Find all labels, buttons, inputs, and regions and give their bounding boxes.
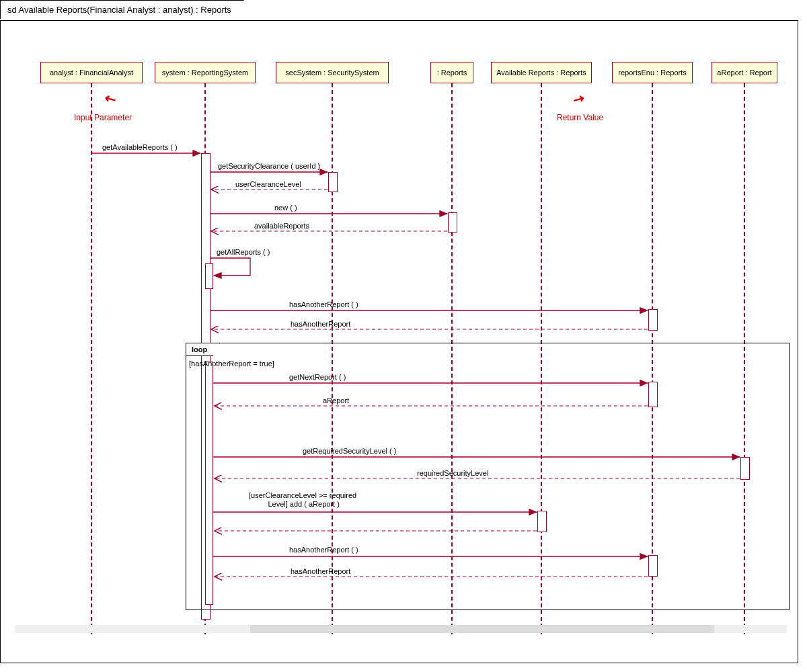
- frame-title: sd Available Reports(Financial Analyst :…: [7, 5, 231, 15]
- sequence-diagram: sd Available Reports(Financial Analyst :…: [0, 0, 807, 672]
- lifeline-reports: : Reports: [430, 62, 473, 83]
- activation-secsystem: [328, 172, 338, 192]
- activation-reports: [448, 212, 457, 233]
- frame-title-tab: sd Available Reports(Financial Analyst :…: [0, 0, 244, 19]
- msg-hasanother2r: hasAnotherReport: [291, 567, 350, 575]
- h-scrollbar[interactable]: [15, 625, 787, 633]
- h-scrollbar-thumb[interactable]: [250, 625, 714, 633]
- activation-selfcall: [205, 263, 213, 289]
- lifeline-system: system : ReportingSystem: [155, 62, 256, 83]
- lifeline-secsystem: secSystem : SecuritySystem: [276, 62, 389, 83]
- annotation-return: Return Value: [557, 113, 603, 122]
- loop-guard: [hasAnotherReport = true]: [189, 360, 274, 368]
- msg-reqseclevel: requiredSecurityLevel: [417, 469, 488, 477]
- msg-userclearance: userClearanceLevel: [235, 180, 301, 188]
- msg-getnext: getNextReport ( ): [289, 373, 346, 381]
- msg-addreport: [userClearanceLevel >= required Level] a…: [249, 491, 356, 509]
- lifeline-analyst: analyst : FinancialAnalyst: [40, 62, 143, 83]
- loop-tab: loop: [186, 343, 220, 356]
- lifeline-line: [91, 83, 92, 634]
- msg-new: new ( ): [274, 204, 297, 212]
- msg-getavailablereports: getAvailableReports ( ): [102, 143, 178, 151]
- msg-availablereports: availableReports: [254, 222, 309, 230]
- msg-hasanother1: hasAnotherReport ( ): [289, 300, 358, 308]
- msg-getreqsec: getRequiredSecurityLevel ( ): [303, 447, 396, 455]
- msg-getsecurity: getSecurityClearance ( userId ): [218, 162, 320, 170]
- lifeline-areport: aReport : Report: [712, 62, 777, 83]
- msg-getallreports: getAllReports ( ): [217, 248, 270, 256]
- msg-hasanother2: hasAnotherReport ( ): [289, 546, 358, 554]
- msg-hasanother1r: hasAnotherReport: [291, 320, 350, 328]
- lifeline-available-reports: Available Reports : Reports: [491, 62, 592, 83]
- activation-reportsenu: [648, 309, 658, 331]
- msg-areport: aReport: [323, 396, 349, 405]
- lifeline-reportsenu: reportsEnu : Reports: [612, 62, 693, 83]
- annotation-input: Input Parameter: [74, 113, 132, 122]
